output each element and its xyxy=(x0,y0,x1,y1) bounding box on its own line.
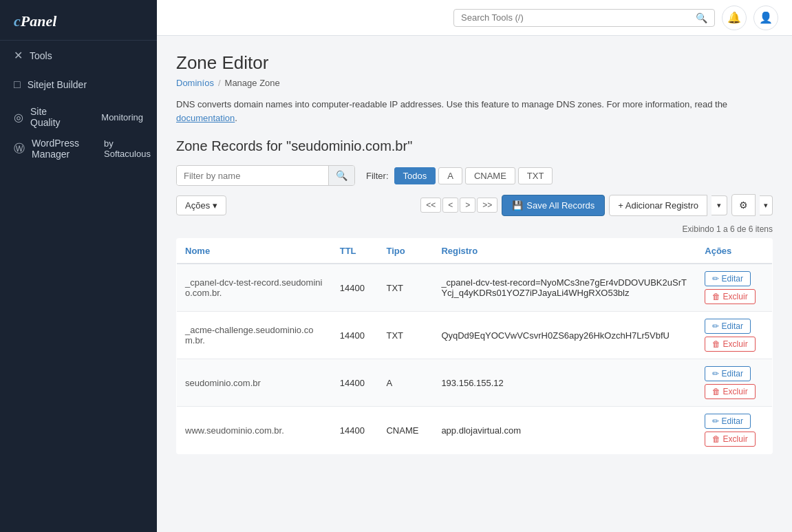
content-area: Zone Editor Dominíos / Manage Zone DNS c… xyxy=(157,36,792,532)
col-nome: Nome xyxy=(177,239,332,264)
user-icon: 👤 xyxy=(759,11,773,24)
save-label: Save All Records xyxy=(526,200,595,211)
search-bar[interactable]: 🔍 xyxy=(453,9,715,27)
filter-tab-cname[interactable]: CNAME xyxy=(465,167,515,184)
cell-acoes: ✏ Editar 🗑 Excluir xyxy=(696,359,772,407)
filter-row: 🔍 Filter: Todos A CNAME TXT xyxy=(176,165,773,186)
search-input[interactable] xyxy=(461,12,692,23)
page-title: Zone Editor xyxy=(176,52,773,74)
acoes-button[interactable]: Ações ▾ xyxy=(176,195,226,215)
sidebar-item-tools[interactable]: ✕ Tools xyxy=(0,41,157,70)
cell-registro: app.dlojavirtual.com xyxy=(433,407,696,454)
col-tipo: Tipo xyxy=(378,239,433,264)
table-row: _acme-challenge.seudominio.com.br. 14400… xyxy=(177,312,773,359)
sidebar-item-wordpress[interactable]: Ⓦ WordPress Manager by Softaculous xyxy=(0,131,157,162)
cell-ttl: 14400 xyxy=(332,312,378,359)
main-area: 🔍 🔔 👤 Zone Editor Dominíos / Manage Zone… xyxy=(157,0,792,532)
filter-search-button[interactable]: 🔍 xyxy=(328,166,354,185)
edit-button-2[interactable]: ✏ Editar xyxy=(705,366,751,381)
actions-row: Ações ▾ << < > >> 💾 Save All Records + A… xyxy=(176,194,773,216)
cell-nome: _acme-challenge.seudominio.com.br. xyxy=(177,312,332,359)
pagination-prev[interactable]: < xyxy=(442,198,458,213)
add-registro-split-button[interactable]: ▾ xyxy=(711,195,727,215)
acoes-dropdown-icon: ▾ xyxy=(213,200,217,211)
wordpress-icon: Ⓦ xyxy=(14,142,25,156)
edit-button-0[interactable]: ✏ Editar xyxy=(705,271,751,286)
sidebar-item-site-quality[interactable]: ◎ Site Quality Monitoring xyxy=(0,99,157,131)
cell-nome: seudominio.com.br xyxy=(177,359,332,407)
filter-input[interactable] xyxy=(177,167,328,185)
filter-input-wrap: 🔍 xyxy=(176,165,355,186)
settings-split-button[interactable]: ▾ xyxy=(760,195,773,215)
add-label: + Adicionar Registro xyxy=(618,200,698,211)
sitejet-icon: □ xyxy=(14,78,21,91)
pagination-next[interactable]: > xyxy=(460,198,475,213)
filter-tab-txt[interactable]: TXT xyxy=(518,167,553,184)
cell-nome: www.seudominio.com.br. xyxy=(177,407,332,454)
settings-button[interactable]: ⚙ xyxy=(731,194,756,216)
sidebar-item-site-quality-label: Site Quality xyxy=(30,106,76,128)
table-header-row: Nome TTL Tipo Registro Ações xyxy=(177,239,773,264)
table-row: _cpanel-dcv-test-record.seudominio.com.b… xyxy=(177,264,773,312)
cell-tipo: CNAME xyxy=(378,407,433,454)
sidebar-item-wordpress-sublabel: by Softaculous xyxy=(86,138,151,159)
cell-registro: _cpanel-dcv-test-record=NyoMCs3ne7gEr4vD… xyxy=(433,264,696,312)
filter-tab-todos[interactable]: Todos xyxy=(394,167,436,184)
filter-tab-a[interactable]: A xyxy=(438,167,462,184)
pagination-first[interactable]: << xyxy=(420,198,441,213)
pagination-info: Exibindo 1 a 6 de 6 itens xyxy=(683,224,773,234)
description-text: DNS converts domain names into computer-… xyxy=(176,98,773,125)
sidebar-item-sitejet-label: Sitejet Builder xyxy=(28,79,87,90)
bell-icon: 🔔 xyxy=(727,11,741,24)
col-registro: Registro xyxy=(433,239,696,264)
documentation-link[interactable]: documentation xyxy=(176,113,235,123)
sidebar-logo: cPanel xyxy=(0,0,157,41)
breadcrumb: Dominíos / Manage Zone xyxy=(176,78,773,88)
sidebar-item-sitejet[interactable]: □ Sitejet Builder xyxy=(0,70,157,99)
cell-ttl: 14400 xyxy=(332,264,378,312)
filter-tabs: Todos A CNAME TXT xyxy=(394,167,553,184)
cell-registro: QyqDd9EqYOCVwVCsvrH0ZS6apy26HkOzchH7Lr5V… xyxy=(433,312,696,359)
table-row: www.seudominio.com.br. 14400 CNAME app.d… xyxy=(177,407,773,454)
table-row: seudominio.com.br 14400 A 193.156.155.12… xyxy=(177,359,773,407)
delete-button-3[interactable]: 🗑 Excluir xyxy=(705,432,755,447)
pagination-buttons: << < > >> xyxy=(420,198,497,213)
pagination-last[interactable]: >> xyxy=(477,198,497,213)
save-icon: 💾 xyxy=(512,200,523,211)
sidebar: cPanel ✕ Tools □ Sitejet Builder ◎ Site … xyxy=(0,0,157,532)
cell-nome: _cpanel-dcv-test-record.seudominio.com.b… xyxy=(177,264,332,312)
delete-button-1[interactable]: 🗑 Excluir xyxy=(705,337,755,352)
col-ttl: TTL xyxy=(332,239,378,264)
sidebar-item-tools-label: Tools xyxy=(30,50,52,61)
cell-ttl: 14400 xyxy=(332,407,378,454)
delete-button-2[interactable]: 🗑 Excluir xyxy=(705,384,755,399)
delete-button-0[interactable]: 🗑 Excluir xyxy=(705,289,755,304)
search-icon: 🔍 xyxy=(696,12,707,23)
breadcrumb-separator: / xyxy=(218,78,221,88)
save-all-button[interactable]: 💾 Save All Records xyxy=(502,195,605,216)
cell-acoes: ✏ Editar 🗑 Excluir xyxy=(696,407,772,454)
breadcrumb-dominios[interactable]: Dominíos xyxy=(176,78,214,88)
zone-title: Zone Records for "seudominio.com.br" xyxy=(176,138,773,154)
sidebar-item-site-quality-sublabel: Monitoring xyxy=(83,112,143,123)
cell-ttl: 14400 xyxy=(332,359,378,407)
cell-tipo: TXT xyxy=(378,264,433,312)
cell-registro: 193.156.155.12 xyxy=(433,359,696,407)
filter-label: Filter: xyxy=(366,171,389,181)
left-actions: Ações ▾ xyxy=(176,195,226,215)
tools-icon: ✕ xyxy=(14,49,23,62)
cell-acoes: ✏ Editar 🗑 Excluir xyxy=(696,264,772,312)
zone-records-table: Nome TTL Tipo Registro Ações _cpanel-dcv… xyxy=(176,238,773,454)
edit-button-1[interactable]: ✏ Editar xyxy=(705,319,751,334)
edit-button-3[interactable]: ✏ Editar xyxy=(705,414,751,429)
breadcrumb-manage-zone: Manage Zone xyxy=(225,78,280,88)
notifications-button[interactable]: 🔔 xyxy=(722,6,747,30)
cell-tipo: A xyxy=(378,359,433,407)
add-registro-button[interactable]: + Adicionar Registro xyxy=(609,195,707,216)
cell-tipo: TXT xyxy=(378,312,433,359)
sidebar-item-wordpress-label: WordPress Manager xyxy=(32,138,79,160)
user-menu-button[interactable]: 👤 xyxy=(753,6,778,30)
acoes-label: Ações xyxy=(185,200,210,211)
cell-acoes: ✏ Editar 🗑 Excluir xyxy=(696,312,772,359)
site-quality-icon: ◎ xyxy=(14,111,23,124)
